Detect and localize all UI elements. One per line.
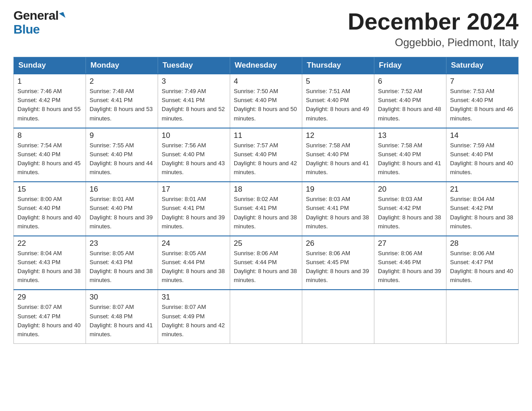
calendar-cell: 16 Sunrise: 8:01 AMSunset: 4:40 PMDaylig… (86, 182, 158, 236)
day-info: Sunrise: 7:54 AMSunset: 4:40 PMDaylight:… (17, 142, 81, 176)
calendar-cell: 18 Sunrise: 8:02 AMSunset: 4:41 PMDaylig… (230, 182, 302, 236)
calendar-cell: 6 Sunrise: 7:52 AMSunset: 4:40 PMDayligh… (374, 74, 446, 128)
day-number: 17 (162, 185, 226, 194)
day-info: Sunrise: 8:05 AMSunset: 4:43 PMDaylight:… (90, 250, 153, 283)
day-number: 12 (306, 131, 370, 140)
calendar-table: Sunday Monday Tuesday Wednesday Thursday… (13, 57, 519, 344)
day-info: Sunrise: 7:56 AMSunset: 4:40 PMDaylight:… (162, 142, 225, 176)
calendar-cell: 17 Sunrise: 8:01 AMSunset: 4:41 PMDaylig… (158, 182, 230, 236)
day-info: Sunrise: 8:07 AMSunset: 4:48 PMDaylight:… (90, 304, 153, 337)
day-info: Sunrise: 8:00 AMSunset: 4:40 PMDaylight:… (17, 196, 81, 229)
col-tuesday: Tuesday (158, 57, 230, 74)
calendar-cell: 4 Sunrise: 7:50 AMSunset: 4:40 PMDayligh… (230, 74, 302, 128)
calendar-cell: 31 Sunrise: 8:07 AMSunset: 4:49 PMDaylig… (158, 290, 230, 343)
day-info: Sunrise: 8:02 AMSunset: 4:41 PMDaylight:… (234, 196, 297, 229)
calendar-cell: 14 Sunrise: 7:59 AMSunset: 4:40 PMDaylig… (446, 128, 519, 182)
day-info: Sunrise: 8:03 AMSunset: 4:42 PMDaylight:… (378, 196, 441, 229)
col-wednesday: Wednesday (230, 57, 302, 74)
calendar-cell: 2 Sunrise: 7:48 AMSunset: 4:41 PMDayligh… (86, 74, 158, 128)
calendar-cell (446, 290, 519, 343)
day-info: Sunrise: 8:07 AMSunset: 4:49 PMDaylight:… (162, 304, 225, 337)
day-info: Sunrise: 7:52 AMSunset: 4:40 PMDaylight:… (378, 88, 441, 121)
day-number: 28 (450, 239, 515, 248)
calendar-cell: 19 Sunrise: 8:03 AMSunset: 4:41 PMDaylig… (302, 182, 374, 236)
day-info: Sunrise: 8:06 AMSunset: 4:45 PMDaylight:… (306, 250, 369, 283)
day-number: 31 (162, 293, 226, 302)
day-info: Sunrise: 7:50 AMSunset: 4:40 PMDaylight:… (234, 88, 297, 121)
calendar-cell: 23 Sunrise: 8:05 AMSunset: 4:43 PMDaylig… (86, 236, 158, 290)
calendar-cell: 20 Sunrise: 8:03 AMSunset: 4:42 PMDaylig… (374, 182, 446, 236)
calendar-cell: 29 Sunrise: 8:07 AMSunset: 4:47 PMDaylig… (14, 290, 86, 343)
day-number: 25 (234, 239, 298, 248)
day-number: 21 (450, 185, 515, 194)
calendar-cell: 30 Sunrise: 8:07 AMSunset: 4:48 PMDaylig… (86, 290, 158, 343)
day-info: Sunrise: 8:03 AMSunset: 4:41 PMDaylight:… (306, 196, 369, 229)
day-info: Sunrise: 7:48 AMSunset: 4:41 PMDaylight:… (90, 88, 153, 121)
calendar-cell: 10 Sunrise: 7:56 AMSunset: 4:40 PMDaylig… (158, 128, 230, 182)
day-number: 9 (90, 131, 154, 140)
day-number: 15 (17, 185, 82, 194)
calendar-cell: 5 Sunrise: 7:51 AMSunset: 4:40 PMDayligh… (302, 74, 374, 128)
title-block: December 2024 Oggebbio, Piedmont, Italy (348, 9, 519, 49)
calendar-cell: 9 Sunrise: 7:55 AMSunset: 4:40 PMDayligh… (86, 128, 158, 182)
day-number: 29 (17, 293, 82, 302)
calendar-cell: 3 Sunrise: 7:49 AMSunset: 4:41 PMDayligh… (158, 74, 230, 128)
day-info: Sunrise: 7:58 AMSunset: 4:40 PMDaylight:… (306, 142, 369, 176)
day-number: 8 (17, 131, 82, 140)
day-info: Sunrise: 7:46 AMSunset: 4:42 PMDaylight:… (17, 88, 81, 121)
calendar-cell: 25 Sunrise: 8:06 AMSunset: 4:44 PMDaylig… (230, 236, 302, 290)
logo-general: General (13, 9, 59, 23)
day-number: 27 (378, 239, 442, 248)
day-number: 30 (90, 293, 154, 302)
day-number: 23 (90, 239, 154, 248)
calendar-cell (230, 290, 302, 343)
day-info: Sunrise: 7:59 AMSunset: 4:40 PMDaylight:… (450, 142, 513, 176)
day-info: Sunrise: 7:57 AMSunset: 4:40 PMDaylight:… (234, 142, 297, 176)
day-number: 2 (90, 77, 154, 86)
day-number: 26 (306, 239, 370, 248)
day-info: Sunrise: 7:49 AMSunset: 4:41 PMDaylight:… (162, 88, 225, 121)
day-number: 4 (234, 77, 298, 86)
calendar-cell: 7 Sunrise: 7:53 AMSunset: 4:40 PMDayligh… (446, 74, 519, 128)
day-info: Sunrise: 8:01 AMSunset: 4:40 PMDaylight:… (90, 196, 153, 229)
day-info: Sunrise: 7:58 AMSunset: 4:40 PMDaylight:… (378, 142, 441, 176)
day-number: 7 (450, 77, 515, 86)
calendar-cell: 13 Sunrise: 7:58 AMSunset: 4:40 PMDaylig… (374, 128, 446, 182)
calendar-cell: 12 Sunrise: 7:58 AMSunset: 4:40 PMDaylig… (302, 128, 374, 182)
day-info: Sunrise: 7:55 AMSunset: 4:40 PMDaylight:… (90, 142, 153, 176)
col-friday: Friday (374, 57, 446, 74)
day-info: Sunrise: 8:04 AMSunset: 4:43 PMDaylight:… (17, 250, 81, 283)
day-info: Sunrise: 8:05 AMSunset: 4:44 PMDaylight:… (162, 250, 225, 283)
day-number: 18 (234, 185, 298, 194)
day-number: 14 (450, 131, 515, 140)
day-number: 16 (90, 185, 154, 194)
calendar-cell: 26 Sunrise: 8:06 AMSunset: 4:45 PMDaylig… (302, 236, 374, 290)
calendar-cell: 11 Sunrise: 7:57 AMSunset: 4:40 PMDaylig… (230, 128, 302, 182)
day-number: 19 (306, 185, 370, 194)
day-number: 6 (378, 77, 442, 86)
col-monday: Monday (86, 57, 158, 74)
col-thursday: Thursday (302, 57, 374, 74)
logo: General Blue (13, 9, 64, 37)
day-number: 5 (306, 77, 370, 86)
calendar-cell (374, 290, 446, 343)
week-row-2: 8 Sunrise: 7:54 AMSunset: 4:40 PMDayligh… (14, 128, 519, 182)
week-row-3: 15 Sunrise: 8:00 AMSunset: 4:40 PMDaylig… (14, 182, 519, 236)
logo-blue: Blue (13, 23, 40, 37)
day-number: 3 (162, 77, 226, 86)
page-subtitle: Oggebbio, Piedmont, Italy (348, 36, 519, 49)
day-info: Sunrise: 8:06 AMSunset: 4:46 PMDaylight:… (378, 250, 441, 283)
day-number: 10 (162, 131, 226, 140)
calendar-cell: 1 Sunrise: 7:46 AMSunset: 4:42 PMDayligh… (14, 74, 86, 128)
day-number: 13 (378, 131, 442, 140)
col-sunday: Sunday (14, 57, 86, 74)
day-info: Sunrise: 8:06 AMSunset: 4:47 PMDaylight:… (450, 250, 513, 283)
col-saturday: Saturday (446, 57, 519, 74)
day-info: Sunrise: 8:06 AMSunset: 4:44 PMDaylight:… (234, 250, 297, 283)
day-number: 11 (234, 131, 298, 140)
calendar-header-row: Sunday Monday Tuesday Wednesday Thursday… (14, 57, 519, 74)
week-row-5: 29 Sunrise: 8:07 AMSunset: 4:47 PMDaylig… (14, 290, 519, 343)
calendar-cell: 24 Sunrise: 8:05 AMSunset: 4:44 PMDaylig… (158, 236, 230, 290)
calendar-cell: 22 Sunrise: 8:04 AMSunset: 4:43 PMDaylig… (14, 236, 86, 290)
day-info: Sunrise: 7:51 AMSunset: 4:40 PMDaylight:… (306, 88, 369, 121)
